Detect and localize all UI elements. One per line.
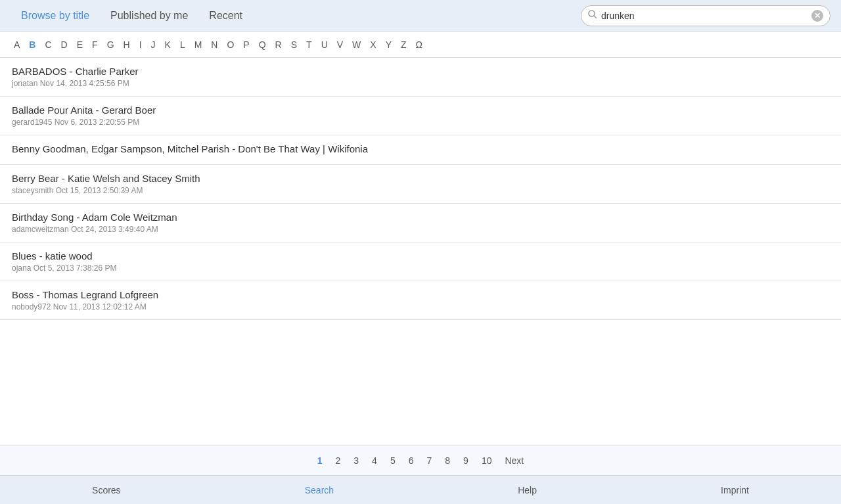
pagination: 12345678910Next — [0, 446, 841, 475]
top-navigation: Browse by titlePublished by meRecent ✕ — [0, 0, 841, 32]
alpha-letter-U[interactable]: U — [318, 38, 331, 51]
page-link-3[interactable]: 3 — [350, 454, 363, 467]
alpha-letter-G[interactable]: G — [104, 38, 118, 51]
footer-link-imprint[interactable]: Imprint — [721, 485, 749, 495]
alpha-letter-F[interactable]: F — [89, 38, 101, 51]
alphabet-bar: ABCDEFGHIJKLMNOPQRSTUVWXYZΩ — [0, 32, 841, 58]
page-link-8[interactable]: 8 — [441, 454, 454, 467]
footer-link-scores[interactable]: Scores — [92, 485, 121, 495]
alpha-letter-C[interactable]: C — [41, 38, 55, 51]
nav-tab-recent[interactable]: Recent — [198, 10, 253, 22]
footer-link-search[interactable]: Search — [305, 485, 334, 495]
search-icon — [588, 10, 597, 21]
search-box[interactable]: ✕ — [581, 5, 830, 26]
item-title: Berry Bear - Katie Welsh and Stacey Smit… — [12, 173, 829, 184]
alpha-letter-N[interactable]: N — [208, 38, 221, 51]
svg-point-0 — [589, 11, 595, 16]
alpha-letter-A[interactable]: A — [11, 38, 23, 51]
nav-tab-browse[interactable]: Browse by title — [11, 10, 100, 22]
page-link-4[interactable]: 4 — [368, 454, 381, 467]
alpha-letter-B[interactable]: B — [26, 38, 39, 51]
nav-tab-published[interactable]: Published by me — [100, 10, 198, 22]
footer-link-help[interactable]: Help — [518, 485, 537, 495]
alpha-letter-V[interactable]: V — [334, 38, 346, 51]
list-item[interactable]: Berry Bear - Katie Welsh and Stacey Smit… — [0, 165, 841, 204]
item-title: Ballade Pour Anita - Gerard Boer — [12, 104, 829, 116]
alpha-letter-K[interactable]: K — [162, 38, 174, 51]
alpha-letter-M[interactable]: M — [191, 38, 206, 51]
item-meta: staceysmith Oct 15, 2013 2:50:39 AM — [12, 186, 829, 195]
alpha-letter-I[interactable]: I — [136, 38, 145, 51]
alpha-letter-L[interactable]: L — [177, 38, 189, 51]
svg-line-1 — [594, 16, 597, 18]
alpha-letter-E[interactable]: E — [74, 38, 86, 51]
page-link-9[interactable]: 9 — [459, 454, 472, 467]
alpha-letter-R[interactable]: R — [272, 38, 285, 51]
alpha-letter-O[interactable]: O — [223, 38, 237, 51]
item-title: Birthday Song - Adam Cole Weitzman — [12, 212, 829, 223]
list-item[interactable]: Ballade Pour Anita - Gerard Boergerard19… — [0, 97, 841, 135]
list-item[interactable]: Blues - katie woodojana Oct 5, 2013 7:38… — [0, 242, 841, 281]
item-meta: nobody972 Nov 11, 2013 12:02:12 AM — [12, 302, 829, 311]
alpha-letter-H[interactable]: H — [120, 38, 133, 51]
list-item[interactable]: Boss - Thomas Legrand Lofgreennobody972 … — [0, 281, 841, 320]
item-title: Blues - katie wood — [12, 250, 829, 262]
alpha-letter-X[interactable]: X — [367, 38, 379, 51]
clear-search-button[interactable]: ✕ — [811, 10, 823, 22]
alpha-letter-W[interactable]: W — [349, 38, 364, 51]
item-title: BARBADOS - Charlie Parker — [12, 66, 829, 77]
page-link-6[interactable]: 6 — [405, 454, 418, 467]
alpha-letter-S[interactable]: S — [288, 38, 300, 51]
list-item[interactable]: Birthday Song - Adam Cole Weitzmanadamcw… — [0, 204, 841, 242]
list-item[interactable]: Benny Goodman, Edgar Sampson, Mitchel Pa… — [0, 135, 841, 165]
page-link-10[interactable]: 10 — [478, 454, 496, 467]
item-meta: gerard1945 Nov 6, 2013 2:20:55 PM — [12, 118, 829, 127]
score-list: BARBADOS - Charlie Parkerjonatan Nov 14,… — [0, 58, 841, 446]
page-link-7[interactable]: 7 — [423, 454, 436, 467]
page-link-2[interactable]: 2 — [332, 454, 345, 467]
item-title: Benny Goodman, Edgar Sampson, Mitchel Pa… — [12, 143, 829, 154]
footer: ScoresSearchHelpImprint — [0, 475, 841, 504]
alpha-letter-Y[interactable]: Y — [382, 38, 395, 51]
alpha-letter-Z[interactable]: Z — [398, 38, 410, 51]
alpha-letter-J[interactable]: J — [148, 38, 159, 51]
alpha-letter-Q[interactable]: Q — [256, 38, 269, 51]
item-meta: adamcweitzman Oct 24, 2013 3:49:40 AM — [12, 225, 829, 234]
item-title: Boss - Thomas Legrand Lofgreen — [12, 289, 829, 300]
item-meta: jonatan Nov 14, 2013 4:25:56 PM — [12, 79, 829, 88]
page-link-5[interactable]: 5 — [386, 454, 399, 467]
alpha-letter-T[interactable]: T — [303, 38, 315, 51]
alpha-letter-P[interactable]: P — [240, 38, 252, 51]
alpha-letter-D[interactable]: D — [58, 38, 71, 51]
page-link-1[interactable]: 1 — [313, 454, 327, 467]
item-meta: ojana Oct 5, 2013 7:38:26 PM — [12, 263, 829, 273]
page-link-next[interactable]: Next — [501, 454, 528, 467]
search-input[interactable] — [601, 11, 811, 21]
list-item[interactable]: BARBADOS - Charlie Parkerjonatan Nov 14,… — [0, 58, 841, 97]
alpha-letter-Ω[interactable]: Ω — [413, 38, 426, 51]
